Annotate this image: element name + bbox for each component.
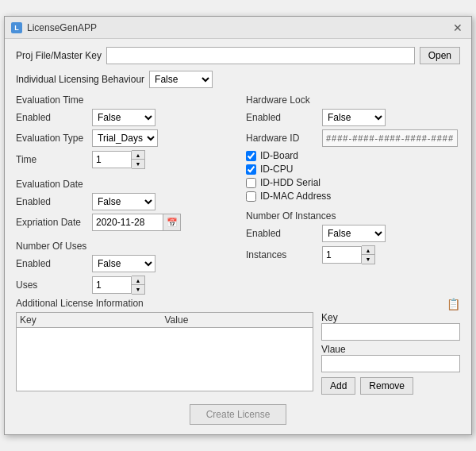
num-uses-enabled-row: Enabled False True	[16, 255, 230, 272]
ilb-select[interactable]: False True	[149, 71, 213, 88]
num-instances-enabled-label: Enabled	[246, 228, 317, 239]
close-button[interactable]: ✕	[451, 21, 465, 35]
num-instances-enabled-row: Enabled False True	[246, 225, 460, 242]
ilb-label: Individual Licensing Behaviour	[16, 74, 144, 85]
right-column: Hardware Lock Enabled False True Hardwar…	[246, 94, 460, 298]
num-instances-header: Number Of Instances	[246, 210, 460, 222]
add-button[interactable]: Add	[321, 377, 355, 395]
id-mac-checkbox[interactable]	[246, 191, 256, 202]
ilb-row: Individual Licensing Behaviour False Tru…	[16, 71, 460, 88]
id-hdd-row: ID-HDD Serial	[246, 177, 460, 188]
calendar-corner-icon[interactable]: 📋	[447, 298, 460, 310]
additional-license-info-section: Additional License Information Key Value…	[16, 298, 460, 395]
title-bar: L LicenseGenAPP ✕	[5, 17, 471, 39]
id-board-row: ID-Board	[246, 150, 460, 161]
key-field-input[interactable]	[321, 323, 460, 341]
num-uses-section: Number Of Uses Enabled False True Uses	[16, 241, 230, 295]
id-cpu-label: ID-CPU	[260, 164, 293, 175]
hardware-lock-section: Hardware Lock Enabled False True Hardwar…	[246, 94, 460, 202]
exp-date-label: Expriation Date	[16, 217, 87, 228]
id-cpu-checkbox[interactable]	[246, 164, 256, 175]
num-instances-section: Number Of Instances Enabled False True I…	[246, 210, 460, 264]
add-info-left: Additional License Information Key Value	[16, 298, 313, 395]
create-row: Create License	[16, 401, 460, 426]
hw-id-label: Hardware ID	[246, 133, 317, 144]
eval-type-select[interactable]: Trial_Days Trial_Uses	[92, 129, 158, 147]
title-bar-left: L LicenseGenAPP	[11, 22, 97, 33]
hw-id-row: Hardware ID ####-####-####-####-####	[246, 129, 460, 147]
uses-spin-buttons: ▲ ▼	[132, 276, 145, 295]
open-button[interactable]: Open	[420, 47, 460, 64]
add-info-right: 📋 Key Vlaue Add Remove	[321, 298, 460, 395]
col-value: Value	[165, 314, 310, 326]
exp-date-row: Expriation Date 📅	[16, 214, 230, 231]
remove-button[interactable]: Remove	[360, 377, 413, 395]
eval-time-header: Evaluation Time	[16, 94, 230, 106]
create-license-button[interactable]: Create License	[190, 404, 287, 425]
proj-file-row: Proj File/Master Key Open	[16, 47, 460, 64]
table-header-row: Key Value	[17, 313, 313, 328]
date-input-wrapper: 📅	[92, 214, 181, 231]
value-field-input[interactable]	[321, 355, 460, 372]
uses-spinner: ▲ ▼	[92, 276, 145, 295]
num-instances-enabled-select[interactable]: False True	[322, 225, 386, 242]
time-spinner: ▲ ▼	[92, 150, 145, 169]
eval-type-row: Evaluation Type Trial_Days Trial_Uses	[16, 129, 230, 147]
hw-lock-enabled-select[interactable]: False True	[322, 109, 386, 126]
id-mac-row: ID-MAC Address	[246, 191, 460, 202]
eval-date-section: Evaluation Date Enabled False True Expri…	[16, 179, 230, 231]
license-info-table: Key Value	[16, 312, 313, 391]
num-uses-enabled-label: Enabled	[16, 258, 87, 269]
exp-date-input[interactable]	[92, 214, 163, 231]
key-field-row: Key	[321, 312, 460, 344]
eval-time-enabled-row: Enabled False True	[16, 109, 230, 126]
right-panel-header: 📋	[321, 298, 460, 312]
instances-spin-buttons: ▲ ▼	[362, 245, 375, 264]
value-field-row: Vlaue	[321, 344, 460, 377]
eval-date-enabled-select[interactable]: False True	[92, 193, 155, 210]
id-board-label: ID-Board	[260, 150, 298, 161]
hw-lock-header: Hardware Lock	[246, 94, 460, 106]
num-uses-enabled-select[interactable]: False True	[92, 255, 155, 272]
time-spin-buttons: ▲ ▼	[132, 150, 145, 169]
num-uses-header: Number Of Uses	[16, 241, 230, 252]
calendar-icon: 📅	[167, 218, 178, 228]
proj-file-label: Proj File/Master Key	[16, 50, 102, 61]
eval-date-enabled-row: Enabled False True	[16, 193, 230, 210]
instances-label: Instances	[246, 249, 317, 260]
id-hdd-checkbox[interactable]	[246, 178, 256, 188]
eval-date-enabled-label: Enabled	[16, 196, 87, 207]
hw-id-value: ####-####-####-####-####	[322, 129, 458, 147]
date-picker-button[interactable]: 📅	[163, 214, 181, 231]
instances-input[interactable]	[322, 246, 362, 264]
eval-time-section: Evaluation Time Enabled False True Evalu…	[16, 94, 230, 169]
time-spin-up[interactable]: ▲	[132, 151, 144, 160]
uses-label: Uses	[16, 279, 87, 291]
eval-type-label: Evaluation Type	[16, 133, 87, 144]
hw-lock-enabled-label: Enabled	[246, 112, 317, 123]
uses-spin-up[interactable]: ▲	[132, 276, 144, 285]
main-grid: Evaluation Time Enabled False True Evalu…	[16, 94, 460, 298]
content-area: Proj File/Master Key Open Individual Lic…	[5, 39, 471, 434]
time-input[interactable]	[92, 151, 132, 168]
main-window: L LicenseGenAPP ✕ Proj File/Master Key O…	[4, 16, 472, 435]
eval-date-header: Evaluation Date	[16, 179, 230, 190]
uses-spin-down[interactable]: ▼	[132, 285, 144, 294]
key-field-label: Key	[321, 312, 338, 323]
instances-spin-down[interactable]: ▼	[362, 255, 374, 264]
instances-spin-up[interactable]: ▲	[362, 246, 374, 255]
proj-file-input[interactable]	[106, 47, 415, 64]
eval-time-time-row: Time ▲ ▼	[16, 150, 230, 169]
time-spin-down[interactable]: ▼	[132, 160, 144, 168]
eval-time-enabled-label: Enabled	[16, 112, 87, 123]
instances-spinner: ▲ ▼	[322, 245, 375, 264]
id-cpu-row: ID-CPU	[246, 164, 460, 175]
eval-time-enabled-select[interactable]: False True	[92, 109, 155, 126]
uses-row: Uses ▲ ▼	[16, 276, 230, 295]
window-title: LicenseGenAPP	[27, 22, 97, 33]
uses-input[interactable]	[92, 276, 132, 294]
id-hdd-label: ID-HDD Serial	[260, 177, 321, 188]
id-mac-label: ID-MAC Address	[260, 191, 331, 202]
app-icon: L	[11, 22, 22, 33]
id-board-checkbox[interactable]	[246, 151, 256, 161]
